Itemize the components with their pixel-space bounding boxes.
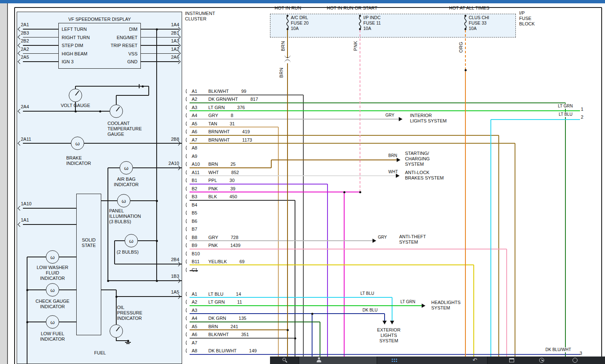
fuel-label: FUEL	[94, 350, 106, 356]
solid-state-label: SOLID STATE	[76, 237, 101, 248]
connector-pin-row: B9PNK1439	[186, 242, 240, 249]
wire-segment	[23, 224, 76, 225]
pin-id: B3	[192, 194, 208, 199]
pin-wire-color: YEL/BLK	[208, 259, 227, 264]
terminal-label: 1A4	[164, 22, 179, 27]
two-bulbs-label: (2 BULBS)	[117, 249, 139, 255]
terminal-label: 2B3	[21, 30, 29, 36]
connector-pin-row: A2LT GRN11	[186, 299, 242, 305]
wire-tag-gry-interior: GRY	[385, 113, 395, 118]
junction-dot	[465, 69, 467, 71]
fuse-circuit-label: I/P INDC	[363, 15, 380, 20]
wire-segment	[23, 45, 58, 46]
wire-segment	[384, 314, 385, 321]
speedo-pin-label: DIM	[94, 27, 138, 32]
terminal-label: 2B8	[163, 137, 179, 142]
taskbar-profile-segment	[299, 357, 377, 364]
window-titlebar	[0, 0, 605, 3]
connector-arc-icon	[186, 234, 190, 240]
search-icon[interactable]	[282, 357, 288, 363]
pin-wire-color: BLK/WHT	[208, 89, 229, 94]
pin-id: B5	[192, 210, 208, 215]
terminal-label: 2B4	[163, 257, 179, 262]
pin-id: B8	[192, 235, 208, 240]
connector-pin-row: A3LT GRN376	[186, 104, 245, 110]
wire-segment	[27, 257, 28, 364]
connector-arc-icon	[186, 348, 190, 354]
speedo-pin-label: TRIP RESET	[94, 43, 138, 48]
wire-segment	[141, 37, 179, 38]
check-gauge-label: CHECK GAUGE INDICATOR	[32, 299, 73, 309]
connector-arc-icon	[186, 121, 190, 127]
connector-pin-row: A5BRN241	[186, 323, 238, 329]
wire-segment	[190, 95, 303, 95]
wire-segment	[156, 29, 157, 281]
pin-wire-color: LT GRN	[208, 105, 225, 110]
fuse-circuit-label: CLUS CHI	[469, 15, 489, 20]
terminal-label: 2A11	[21, 137, 31, 142]
wire-segment	[23, 208, 76, 209]
pin-wire-color: BRN	[208, 324, 218, 329]
window-edge-line	[7, 3, 8, 364]
connector-pin-row: B10	[186, 250, 221, 257]
pin-id: A6	[192, 129, 208, 134]
window-icon[interactable]	[509, 357, 515, 363]
pin-id: B6	[192, 219, 208, 224]
pin-id: A3	[192, 105, 208, 110]
connector-pin-row: A1LT BLU14	[186, 291, 241, 297]
wire-segment	[565, 103, 566, 357]
connector-pin-row: B6	[186, 218, 221, 224]
flow-arrow-icon	[396, 174, 400, 178]
volt-gauge-label: VOLT GAUGE	[59, 103, 92, 108]
wire-segment	[312, 314, 312, 357]
offpage-2-num: 2	[581, 115, 583, 120]
instrument-cluster-label: INSTRUMENT CLUSTER	[185, 11, 215, 22]
connector-pin-row: A8DK BLU/WHT149	[186, 348, 257, 354]
speedometer-title: VF SPEEDOMETER DISPLAY	[58, 17, 141, 22]
apps-icon[interactable]	[392, 357, 398, 363]
flow-arrow-icon	[399, 117, 402, 121]
offpage-1-wire: LT GRN	[558, 104, 573, 109]
pin-wire-color: PNK	[208, 243, 218, 248]
airbag-bulb-symbol: ω	[120, 161, 133, 175]
wire-segment	[15, 7, 602, 8]
oil-pressure-label: OIL PRESSURE INDICATOR	[117, 305, 142, 321]
pin-wire-color: PPL	[208, 178, 217, 183]
profile-icon[interactable]	[317, 357, 322, 363]
wire-segment	[125, 342, 131, 343]
pin-wire-color: BRN	[208, 162, 218, 167]
wire-segment	[59, 322, 76, 322]
connector-pin-row: B5	[186, 210, 221, 216]
connector-pin-row: A5TAN31	[186, 120, 235, 127]
window-icon-frame	[509, 358, 514, 362]
undo-icon[interactable]: ↶	[472, 357, 478, 363]
junction-dot	[156, 200, 158, 202]
wire-segment	[190, 167, 271, 168]
junction-dot	[142, 85, 144, 87]
wire-segment	[59, 289, 76, 290]
wire-segment	[116, 296, 182, 297]
connector-arc-icon	[186, 210, 190, 216]
wire-segment	[506, 249, 507, 357]
flow-arrow-icon	[422, 304, 425, 308]
wire-segment	[190, 329, 288, 330]
connector-arc-icon	[186, 88, 190, 94]
pin-circuit-number: 1439	[230, 243, 240, 248]
wire-segment	[84, 143, 182, 144]
profile-icon-body	[317, 360, 321, 362]
wire-segment	[114, 241, 115, 264]
record-icon[interactable]	[572, 357, 578, 363]
wire-segment	[141, 29, 179, 30]
terminal-label: 1A2	[164, 47, 179, 52]
wire-segment	[490, 120, 491, 357]
pin-id: B9	[192, 243, 208, 248]
wire-segment	[23, 37, 58, 38]
panel-illumination-label: PANEL ILLUMINATION (3 BULBS)	[109, 208, 141, 224]
connector-arc-icon	[186, 112, 190, 118]
clock-icon[interactable]	[539, 357, 545, 363]
connector-pin-row: A7BRN/WHT1173	[186, 137, 252, 143]
connector-pin-row: A11WHT852	[186, 169, 239, 175]
wire-segment	[465, 30, 466, 70]
connector-arc-icon	[186, 153, 190, 159]
wire-segment	[59, 257, 76, 257]
